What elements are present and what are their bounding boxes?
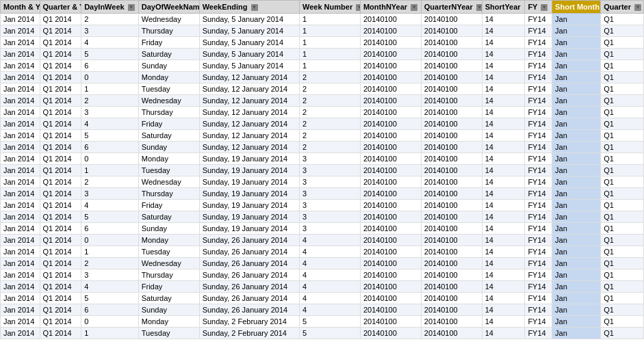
col-header-dayofweekname[interactable]: DayOfWeekName ▼ <box>138 1 199 14</box>
cell-monthnyear: 20140100 <box>360 293 421 304</box>
table-row: Jan 2014Q1 20142WednesdaySunday, 26 Janu… <box>1 258 644 269</box>
table-row: Jan 2014Q1 20146SundaySunday, 5 January … <box>1 60 644 72</box>
cell-weekending: Sunday, 5 January 2014 <box>199 25 299 37</box>
cell-weeknumber: 1 <box>300 60 361 72</box>
cell-quarter: Q1 2014 <box>40 188 81 200</box>
cell-monthnyear: 20140100 <box>360 176 421 188</box>
col-header-weekending[interactable]: WeekEnding ▼ <box>199 1 299 14</box>
col-header-fy[interactable]: FY ▼ <box>525 1 552 14</box>
cell-fy: FY14 <box>525 165 552 176</box>
col-header-month[interactable]: Month & Year ▼ <box>1 1 40 14</box>
cell-quarterend: Q1 <box>601 246 644 258</box>
filter-icon[interactable]: ▼ <box>251 4 258 11</box>
cell-month: Jan 2014 <box>1 223 40 235</box>
cell-month: Jan 2014 <box>1 49 40 60</box>
col-header-quarternyear[interactable]: QuarterNYear ▼ <box>421 1 482 14</box>
cell-dayofweekname: Sunday <box>138 223 199 235</box>
cell-dayofweekname: Wednesday <box>138 95 199 107</box>
filter-icon[interactable]: ▼ <box>541 4 548 11</box>
cell-dayinweek: 1 <box>81 83 139 95</box>
col-header-shortyear[interactable]: ShortYear ▼ <box>482 1 525 14</box>
cell-dayofweekname: Sunday <box>138 60 199 72</box>
table-row: Jan 2014Q1 20141TuesdaySunday, 2 Februar… <box>1 328 644 339</box>
header-row: Month & Year ▼Quarter & Year ▼DayInWeek … <box>1 1 644 14</box>
cell-weeknumber: 1 <box>300 25 361 37</box>
cell-dayinweek: 5 <box>81 49 139 60</box>
cell-shortyear: 14 <box>482 328 525 339</box>
cell-shortyear: 14 <box>482 14 525 25</box>
cell-shortyear: 14 <box>482 176 525 188</box>
cell-quarter: Q1 2014 <box>40 304 81 316</box>
cell-dayofweekname: Tuesday <box>138 83 199 95</box>
cell-dayofweekname: Sunday <box>138 142 199 153</box>
cell-shortyear: 14 <box>482 153 525 165</box>
cell-monthnyear: 20140100 <box>360 49 421 60</box>
cell-quarterend: Q1 <box>601 142 644 153</box>
cell-dayinweek: 4 <box>81 118 139 130</box>
data-grid: Month & Year ▼Quarter & Year ▼DayInWeek … <box>0 0 644 344</box>
cell-weeknumber: 2 <box>300 95 361 107</box>
cell-weeknumber: 4 <box>300 235 361 246</box>
cell-dayinweek: 4 <box>81 37 139 49</box>
cell-quarternyear: 20140100 <box>421 118 482 130</box>
cell-month: Jan 2014 <box>1 25 40 37</box>
cell-dayofweekname: Thursday <box>138 188 199 200</box>
cell-shortyear: 14 <box>482 72 525 83</box>
cell-quarter: Q1 2014 <box>40 72 81 83</box>
cell-quarternyear: 20140100 <box>421 95 482 107</box>
cell-shortmonth: Jan <box>552 293 601 304</box>
col-header-quarterend[interactable]: Quarter ▼ <box>601 1 644 14</box>
cell-dayofweekname: Wednesday <box>138 176 199 188</box>
cell-quarter: Q1 2014 <box>40 258 81 269</box>
filter-icon[interactable]: ▼ <box>634 4 641 11</box>
cell-dayinweek: 2 <box>81 95 139 107</box>
cell-dayinweek: 3 <box>81 25 139 37</box>
cell-shortmonth: Jan <box>552 95 601 107</box>
cell-shortyear: 14 <box>482 200 525 211</box>
cell-quarter: Q1 2014 <box>40 107 81 118</box>
cell-quarter: Q1 2014 <box>40 153 81 165</box>
cell-month: Jan 2014 <box>1 107 40 118</box>
cell-shortyear: 14 <box>482 130 525 142</box>
cell-quarternyear: 20140100 <box>421 223 482 235</box>
cell-shortmonth: Jan <box>552 246 601 258</box>
filter-icon[interactable]: ▼ <box>476 4 482 11</box>
col-header-dayinweek[interactable]: DayInWeek ▼ <box>81 1 139 14</box>
cell-shortyear: 14 <box>482 95 525 107</box>
cell-fy: FY14 <box>525 200 552 211</box>
cell-quarternyear: 20140100 <box>421 153 482 165</box>
cell-dayofweekname: Monday <box>138 72 199 83</box>
cell-quarter: Q1 2014 <box>40 165 81 176</box>
cell-quarterend: Q1 <box>601 118 644 130</box>
cell-weekending: Sunday, 26 January 2014 <box>199 235 299 246</box>
col-header-quarter[interactable]: Quarter & Year ▼ <box>40 1 81 14</box>
cell-fy: FY14 <box>525 118 552 130</box>
cell-month: Jan 2014 <box>1 95 40 107</box>
cell-dayinweek: 3 <box>81 188 139 200</box>
cell-weekending: Sunday, 5 January 2014 <box>199 37 299 49</box>
cell-month: Jan 2014 <box>1 188 40 200</box>
cell-dayofweekname: Monday <box>138 153 199 165</box>
cell-month: Jan 2014 <box>1 235 40 246</box>
cell-weeknumber: 4 <box>300 246 361 258</box>
cell-quarternyear: 20140100 <box>421 37 482 49</box>
col-header-monthnyear[interactable]: MonthNYear ▼ <box>360 1 421 14</box>
filter-icon[interactable]: ▼ <box>411 4 417 11</box>
cell-weeknumber: 5 <box>300 316 361 328</box>
col-header-weeknumber[interactable]: Week Number ▼ <box>300 1 361 14</box>
cell-quarterend: Q1 <box>601 269 644 281</box>
cell-quarter: Q1 2014 <box>40 223 81 235</box>
cell-quarter: Q1 2014 <box>40 118 81 130</box>
filter-icon[interactable]: ▼ <box>128 4 135 11</box>
table-row: Jan 2014Q1 20141TuesdaySunday, 19 Januar… <box>1 165 644 176</box>
cell-monthnyear: 20140100 <box>360 281 421 293</box>
cell-dayofweekname: Friday <box>138 118 199 130</box>
table-row: Jan 2014Q1 20144FridaySunday, 26 January… <box>1 281 644 293</box>
cell-fy: FY14 <box>525 142 552 153</box>
cell-quarterend: Q1 <box>601 211 644 223</box>
cell-dayinweek: 4 <box>81 200 139 211</box>
cell-dayinweek: 6 <box>81 304 139 316</box>
cell-shortmonth: Jan <box>552 328 601 339</box>
cell-monthnyear: 20140100 <box>360 118 421 130</box>
col-header-shortmonth[interactable]: Short Month ▼ <box>552 1 601 14</box>
